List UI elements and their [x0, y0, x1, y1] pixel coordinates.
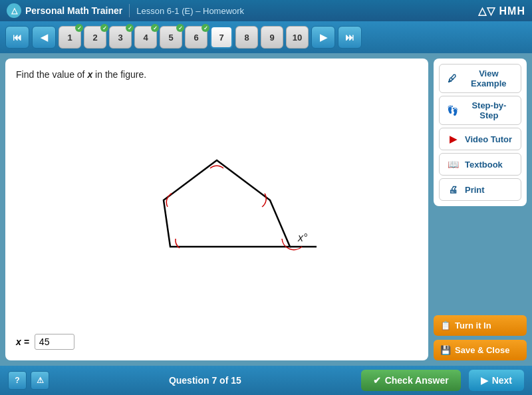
turn-in-icon: 📋	[440, 321, 451, 330]
check-answer-button[interactable]: ✔ Check Answer	[361, 370, 461, 391]
figure-area: x°	[16, 90, 418, 323]
check-icon: ✔	[373, 375, 381, 386]
check-1: ✓	[75, 24, 83, 32]
resources-panel: 🖊 View Example 👣 Step-by-Step ▶ Video Tu…	[434, 59, 527, 360]
accessibility-button[interactable]: ⚠	[31, 371, 49, 390]
check-2: ✓	[100, 24, 108, 32]
question-num-6[interactable]: 6✓	[185, 26, 207, 49]
bottom-left-buttons: ? ⚠	[8, 371, 49, 390]
save-close-label: Save & Close	[455, 345, 509, 355]
x-label: x°	[297, 232, 308, 243]
bottom-bar: ? ⚠ Question 7 of 15 ✔ Check Answer ▶ Ne…	[0, 366, 532, 395]
question-numbers: 1✓ 2✓ 3✓ 4✓ 5✓ 6✓ 7 8 9 10	[59, 26, 309, 49]
question-panel: Find the value of x in the figure.	[5, 59, 428, 360]
app-header: △ Personal Math Trainer Lesson 6-1 (E) –…	[0, 0, 532, 21]
question-text: Find the value of x in the figure.	[16, 69, 418, 80]
step-by-step-label: Step-by-Step	[464, 100, 514, 120]
save-close-button[interactable]: 💾 Save & Close	[434, 340, 527, 360]
next-icon: ▶	[481, 375, 488, 386]
turn-in-button[interactable]: 📋 Turn it In	[434, 315, 527, 336]
question-num-10[interactable]: 10	[286, 26, 309, 49]
answer-input[interactable]	[35, 334, 74, 350]
question-nav-bar: ⏮ ◀ 1✓ 2✓ 3✓ 4✓ 5✓ 6✓ 7 8 9 10 ▶ ⏭	[0, 21, 532, 53]
view-example-button[interactable]: 🖊 View Example	[439, 64, 521, 93]
textbook-label: Textbook	[465, 160, 503, 170]
question-num-3[interactable]: 3✓	[109, 26, 132, 49]
logo-area: △ Personal Math Trainer	[7, 3, 122, 18]
help-button[interactable]: ?	[8, 371, 27, 390]
answer-label: x =	[16, 336, 29, 347]
question-num-9[interactable]: 9	[261, 26, 283, 49]
step-by-step-button[interactable]: 👣 Step-by-Step	[439, 96, 521, 125]
check-6: ✓	[201, 24, 209, 32]
main-content: Find the value of x in the figure.	[0, 53, 532, 366]
hmh-logo: △▽ HMH	[478, 5, 525, 17]
nav-prev-button[interactable]: ◀	[32, 26, 56, 49]
textbook-icon: 📖	[446, 158, 460, 171]
app-name: Personal Math Trainer	[25, 5, 122, 16]
lesson-title: Lesson 6-1 (E) – Homework	[136, 6, 244, 16]
nav-first-button[interactable]: ⏮	[5, 26, 29, 49]
hmh-triangle-icon: △▽	[478, 5, 495, 17]
textbook-button[interactable]: 📖 Textbook	[439, 153, 521, 176]
header-divider	[129, 4, 130, 17]
print-label: Print	[465, 185, 485, 195]
next-label: Next	[492, 375, 512, 386]
video-tutor-button[interactable]: ▶ Video Tutor	[439, 128, 521, 150]
figure-svg: x°	[117, 140, 317, 273]
step-by-step-icon: 👣	[446, 104, 459, 117]
next-button[interactable]: ▶ Next	[469, 370, 524, 391]
question-num-4[interactable]: 4✓	[134, 26, 157, 49]
question-counter: Question 7 of 15	[57, 375, 353, 386]
spacer	[434, 210, 527, 311]
resources-box: 🖊 View Example 👣 Step-by-Step ▶ Video Tu…	[434, 59, 527, 206]
check-answer-label: Check Answer	[385, 375, 449, 386]
video-tutor-label: Video Tutor	[465, 134, 512, 144]
nav-last-button[interactable]: ⏭	[338, 26, 362, 49]
question-num-7[interactable]: 7	[210, 26, 233, 49]
answer-area: x =	[16, 334, 418, 350]
nav-next-button[interactable]: ▶	[311, 26, 335, 49]
pentagon	[164, 160, 290, 247]
check-3: ✓	[126, 24, 134, 32]
print-button[interactable]: 🖨 Print	[439, 178, 521, 201]
save-close-icon: 💾	[440, 345, 451, 355]
question-num-5[interactable]: 5✓	[160, 26, 182, 49]
question-num-1[interactable]: 1✓	[59, 26, 81, 49]
view-example-icon: 🖊	[446, 72, 458, 85]
turn-in-label: Turn it In	[455, 321, 491, 330]
view-example-label: View Example	[464, 68, 514, 88]
question-num-2[interactable]: 2✓	[84, 26, 106, 49]
logo-icon: △	[7, 3, 21, 18]
print-icon: 🖨	[446, 183, 460, 196]
question-num-8[interactable]: 8	[235, 26, 258, 49]
check-4: ✓	[151, 24, 159, 32]
check-5: ✓	[176, 24, 184, 32]
arc-top	[210, 166, 223, 168]
video-tutor-icon: ▶	[446, 132, 460, 146]
